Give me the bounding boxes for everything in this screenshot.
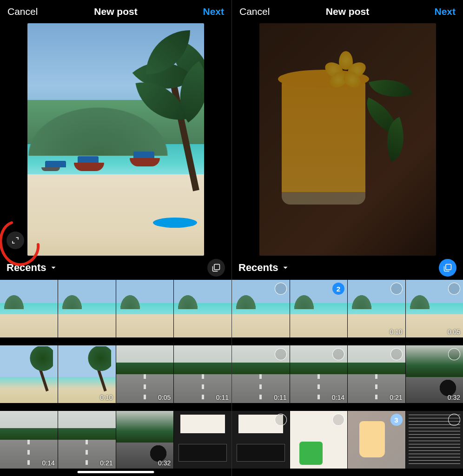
home-indicator bbox=[78, 471, 154, 473]
album-label: Recents bbox=[7, 262, 46, 274]
stack-icon bbox=[212, 263, 221, 272]
video-duration: 0:14 bbox=[332, 394, 344, 401]
cancel-button[interactable]: Cancel bbox=[239, 6, 270, 17]
selection-ring bbox=[275, 348, 287, 360]
selection-number-badge: 3 bbox=[390, 414, 403, 426]
grid-thumbnail[interactable] bbox=[290, 411, 348, 469]
video-duration: 0:11 bbox=[216, 394, 229, 401]
photo-grid: 0:100:050:110:140:210:32 bbox=[0, 280, 232, 476]
stack-icon bbox=[443, 263, 452, 272]
svg-rect-0 bbox=[214, 264, 220, 270]
grid-thumbnail[interactable]: 0:10 bbox=[58, 345, 116, 403]
next-button[interactable]: Next bbox=[203, 6, 224, 17]
multiselect-button[interactable] bbox=[207, 259, 225, 277]
selection-ring bbox=[390, 283, 403, 295]
grid-thumbnail[interactable]: 0:14 bbox=[290, 345, 348, 403]
screen-left: Cancel New post Next Recents bbox=[0, 0, 232, 476]
album-picker[interactable]: Recents bbox=[238, 262, 290, 274]
grid-thumbnail[interactable] bbox=[0, 280, 58, 337]
preview-area[interactable] bbox=[232, 23, 463, 256]
video-duration: 0:32 bbox=[448, 394, 460, 401]
grid-thumbnail[interactable]: 0:21 bbox=[58, 411, 116, 469]
header: Cancel New post Next bbox=[232, 0, 463, 23]
album-bar: Recents bbox=[0, 256, 232, 280]
preview-area[interactable] bbox=[0, 23, 232, 256]
selection-ring bbox=[390, 348, 403, 360]
grid-thumbnail[interactable] bbox=[174, 411, 232, 469]
chevron-down-icon bbox=[281, 264, 290, 272]
grid-thumbnail[interactable] bbox=[0, 345, 58, 403]
grid-thumbnail[interactable]: 0:05 bbox=[406, 280, 463, 337]
album-bar: Recents bbox=[232, 256, 463, 280]
grid-thumbnail[interactable]: 0:10 bbox=[348, 280, 405, 337]
selection-ring bbox=[448, 283, 460, 295]
preview-image bbox=[259, 23, 436, 256]
cancel-button[interactable]: Cancel bbox=[7, 6, 38, 17]
photo-grid: 20:100:050:110:140:210:323 bbox=[232, 280, 463, 476]
multiselect-button[interactable] bbox=[439, 259, 456, 277]
selection-ring bbox=[332, 414, 344, 426]
preview-image bbox=[27, 23, 204, 256]
grid-thumbnail[interactable]: 0:05 bbox=[116, 345, 174, 403]
grid-thumbnail[interactable] bbox=[406, 411, 463, 469]
grid-thumbnail[interactable] bbox=[58, 280, 116, 337]
next-button[interactable]: Next bbox=[434, 6, 456, 17]
video-duration: 0:21 bbox=[390, 394, 402, 401]
video-duration: 0:10 bbox=[100, 394, 112, 401]
selection-number-badge: 2 bbox=[332, 283, 344, 295]
grid-thumbnail[interactable] bbox=[116, 280, 174, 337]
video-duration: 0:05 bbox=[448, 328, 460, 336]
selection-ring bbox=[275, 283, 287, 295]
video-duration: 0:10 bbox=[390, 328, 402, 336]
selection-ring bbox=[332, 348, 344, 360]
album-label: Recents bbox=[238, 262, 278, 274]
video-duration: 0:14 bbox=[42, 459, 55, 467]
grid-thumbnail[interactable] bbox=[232, 280, 290, 337]
album-picker[interactable]: Recents bbox=[7, 262, 58, 274]
grid-thumbnail[interactable]: 0:11 bbox=[174, 345, 232, 403]
chevron-down-icon bbox=[49, 264, 58, 272]
video-duration: 0:32 bbox=[158, 459, 171, 467]
grid-thumbnail[interactable]: 0:21 bbox=[348, 345, 405, 403]
header: Cancel New post Next bbox=[0, 0, 232, 23]
grid-thumbnail[interactable] bbox=[232, 411, 290, 469]
selection-ring bbox=[448, 348, 460, 360]
video-duration: 0:21 bbox=[100, 459, 112, 467]
grid-thumbnail[interactable]: 0:11 bbox=[232, 345, 290, 403]
expand-icon bbox=[11, 236, 20, 245]
svg-rect-1 bbox=[446, 264, 451, 270]
grid-thumbnail[interactable]: 3 bbox=[348, 411, 405, 469]
grid-thumbnail[interactable]: 0:14 bbox=[0, 411, 58, 469]
selection-ring bbox=[448, 414, 460, 426]
grid-thumbnail[interactable] bbox=[174, 280, 232, 337]
grid-thumbnail[interactable]: 0:32 bbox=[116, 411, 174, 469]
grid-thumbnail[interactable]: 2 bbox=[290, 280, 348, 337]
grid-thumbnail[interactable]: 0:32 bbox=[406, 345, 463, 403]
video-duration: 0:05 bbox=[158, 394, 171, 401]
screen-right: Cancel New post Next Recents 20:100:050:… bbox=[232, 0, 463, 476]
crop-toggle-button[interactable] bbox=[7, 231, 24, 249]
video-duration: 0:11 bbox=[274, 394, 286, 401]
selection-ring bbox=[275, 414, 287, 426]
